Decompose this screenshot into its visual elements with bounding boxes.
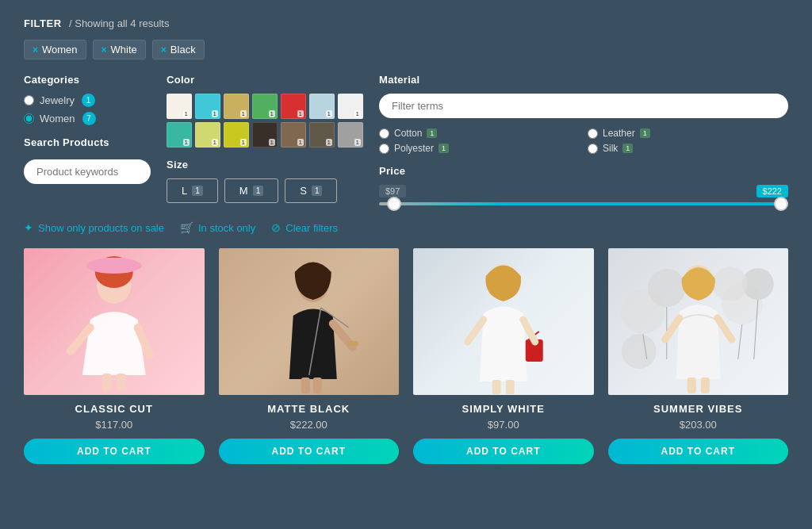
search-products-title: Search Products <box>24 136 151 148</box>
filter-tag-white[interactable]: × White <box>93 40 146 59</box>
material-cotton[interactable]: Cotton 1 <box>379 128 580 139</box>
swatch-dark[interactable]: 1 <box>252 122 278 148</box>
color-section: Color 1 1 1 1 1 1 1 1 1 1 1 1 1 1 Size L… <box>167 74 379 205</box>
category-jewelry-count: 1 <box>82 94 95 107</box>
material-filter-input[interactable] <box>379 94 788 118</box>
product-name-3: SUMMER VIBES <box>608 403 789 415</box>
size-s-label: S <box>300 185 307 197</box>
price-slider-min-thumb[interactable] <box>387 197 401 211</box>
color-title: Color <box>167 74 363 86</box>
clear-label: Clear filters <box>285 222 338 234</box>
material-cotton-radio[interactable] <box>379 128 389 139</box>
product-image-1 <box>219 248 400 395</box>
material-title: Material <box>379 74 788 86</box>
filter-label: FILTER <box>24 17 62 29</box>
add-to-cart-button-0[interactable]: ADD TO CART <box>24 439 205 464</box>
material-silk-radio[interactable] <box>588 144 598 154</box>
svg-point-23 <box>647 269 685 307</box>
material-leather-label: Leather <box>603 128 635 139</box>
material-polyester-radio[interactable] <box>379 144 389 154</box>
add-to-cart-button-1[interactable]: ADD TO CART <box>219 439 400 464</box>
clear-filters[interactable]: ⊘ Clear filters <box>271 221 338 234</box>
material-options: Cotton 1 Leather 1 Polyester 1 Silk 1 <box>379 128 788 154</box>
price-max-label: $222 <box>756 185 788 197</box>
swatch-cyan[interactable]: 1 <box>195 94 220 119</box>
size-m-label: M <box>239 185 248 197</box>
size-l-count: 1 <box>192 186 203 196</box>
product-image-3 <box>608 248 789 395</box>
material-leather-radio[interactable] <box>588 128 598 139</box>
product-card-1: MATTE BLACK $222.00 ADD TO CART <box>219 248 400 464</box>
categories-section: Categories Jewelry 1 Women 7 Search Prod… <box>24 74 167 205</box>
add-to-cart-button-2[interactable]: ADD TO CART <box>413 439 594 464</box>
swatch-green[interactable]: 1 <box>252 94 278 119</box>
svg-rect-36 <box>700 378 709 393</box>
product-card-2: SIMPLY WHITE $97.00 ADD TO CART <box>413 248 594 464</box>
swatch-yellow-green[interactable]: 1 <box>195 122 220 148</box>
product-card-3: SUMMER VIBES $203.00 ADD TO CART <box>608 248 789 464</box>
size-s-button[interactable]: S 1 <box>285 178 337 203</box>
material-cotton-count: 1 <box>427 128 437 138</box>
swatch-grey[interactable]: 1 <box>338 122 363 148</box>
product-price-1: $222.00 <box>219 419 400 431</box>
swatch-yellow[interactable]: 1 <box>224 122 249 148</box>
color-swatch-grid: 1 1 1 1 1 1 1 1 1 1 1 1 1 1 <box>167 94 363 148</box>
svg-line-30 <box>737 324 741 359</box>
category-jewelry[interactable]: Jewelry 1 <box>24 94 151 107</box>
svg-point-27 <box>621 334 656 369</box>
material-silk-count: 1 <box>622 144 633 153</box>
remove-white-icon: × <box>102 44 107 56</box>
category-women-radio[interactable] <box>24 113 34 124</box>
svg-rect-7 <box>117 374 126 391</box>
price-min-label: $97 <box>379 185 406 197</box>
swatch-lightblue[interactable]: 1 <box>309 94 335 119</box>
product-name-1: MATTE BLACK <box>219 403 400 415</box>
swatch-dark-brown[interactable]: 1 <box>309 122 335 148</box>
stock-label: In stock only <box>198 222 255 234</box>
filter-area: Categories Jewelry 1 Women 7 Search Prod… <box>24 74 788 205</box>
price-slider[interactable] <box>379 202 788 205</box>
products-grid: CLASSIC CUT $117.00 ADD TO CART <box>24 248 788 464</box>
price-title: Price <box>379 165 788 177</box>
svg-rect-3 <box>105 258 124 272</box>
product-card-0: CLASSIC CUT $117.00 ADD TO CART <box>24 248 205 464</box>
material-silk-label: Silk <box>603 143 618 154</box>
svg-point-26 <box>712 266 747 301</box>
active-filters: × Women × White × Black <box>24 40 788 59</box>
categories-title: Categories <box>24 74 151 86</box>
price-section: Price $97 $222 <box>379 165 788 205</box>
swatch-teal[interactable]: 1 <box>167 122 192 148</box>
material-polyester-count: 1 <box>439 144 449 153</box>
category-women[interactable]: Women 7 <box>24 112 151 125</box>
swatch-white[interactable]: 1 <box>338 94 363 119</box>
swatch-gold[interactable]: 1 <box>224 94 249 119</box>
filter-white-label: White <box>111 44 137 56</box>
svg-rect-35 <box>687 378 695 393</box>
clear-icon: ⊘ <box>271 221 281 234</box>
swatch-cream[interactable]: 1 <box>167 94 192 119</box>
material-polyester[interactable]: Polyester 1 <box>379 143 580 154</box>
product-name-2: SIMPLY WHITE <box>413 403 594 415</box>
filter-tag-women[interactable]: × Women <box>24 40 86 59</box>
swatch-red[interactable]: 1 <box>281 94 306 119</box>
svg-rect-20 <box>492 380 501 394</box>
sale-filter[interactable]: ✦ Show only products on sale <box>24 221 164 234</box>
product-price-0: $117.00 <box>24 419 205 431</box>
search-products-input[interactable] <box>24 159 151 184</box>
stock-filter[interactable]: 🛒 In stock only <box>180 221 255 234</box>
material-cotton-label: Cotton <box>394 128 422 139</box>
price-slider-max-thumb[interactable] <box>774 197 788 211</box>
filter-tag-black[interactable]: × Black <box>152 40 205 59</box>
category-jewelry-radio[interactable] <box>24 95 34 105</box>
material-silk[interactable]: Silk 1 <box>588 143 788 154</box>
swatch-brown[interactable]: 1 <box>281 122 306 148</box>
add-to-cart-button-3[interactable]: ADD TO CART <box>608 439 789 464</box>
svg-line-34 <box>717 318 731 339</box>
svg-rect-10 <box>347 341 358 346</box>
size-m-button[interactable]: M 1 <box>224 178 278 203</box>
material-polyester-label: Polyester <box>394 143 434 154</box>
remove-women-icon: × <box>33 44 38 56</box>
size-l-button[interactable]: L 1 <box>167 178 218 203</box>
material-leather[interactable]: Leather 1 <box>588 128 788 139</box>
svg-line-18 <box>468 320 484 342</box>
